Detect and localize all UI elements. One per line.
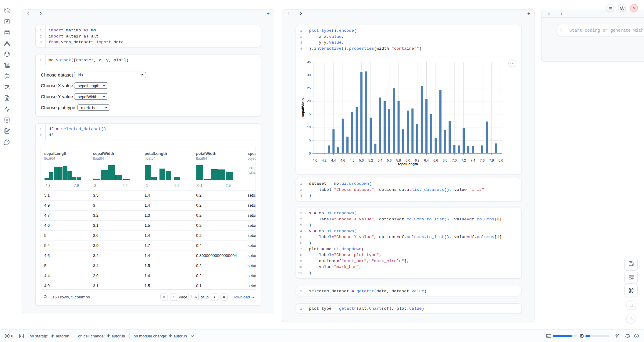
svg-text:5.4: 5.4	[378, 159, 382, 162]
svg-text:4.4: 4.4	[331, 159, 336, 162]
svg-text:5: 5	[309, 138, 311, 142]
svg-text:4.0: 4.0	[313, 159, 317, 162]
svg-text:20: 20	[307, 99, 311, 103]
svg-text:7.8: 7.8	[489, 159, 494, 162]
svg-text:5.0: 5.0	[359, 159, 364, 162]
svg-text:4.8: 4.8	[350, 159, 354, 162]
svg-text:4.6: 4.6	[341, 159, 345, 162]
svg-text:35: 35	[307, 60, 311, 64]
svg-text:7.0: 7.0	[452, 159, 456, 162]
svg-text:30: 30	[307, 73, 311, 77]
svg-text:25: 25	[307, 86, 311, 90]
svg-text:0: 0	[309, 151, 311, 155]
svg-text:7.2: 7.2	[461, 159, 466, 162]
svg-text:6.6: 6.6	[433, 159, 438, 162]
svg-text:5.6: 5.6	[387, 159, 392, 162]
svg-text:5.2: 5.2	[368, 159, 373, 162]
svg-text:5.8: 5.8	[396, 159, 401, 162]
svg-text:10: 10	[307, 125, 311, 129]
svg-text:8.0: 8.0	[499, 159, 503, 162]
svg-text:7.6: 7.6	[480, 159, 485, 162]
svg-text:15: 15	[307, 112, 311, 116]
svg-text:4.2: 4.2	[322, 159, 327, 162]
svg-text:6.2: 6.2	[415, 159, 419, 162]
svg-text:7.4: 7.4	[470, 159, 475, 162]
svg-text:6.8: 6.8	[443, 159, 447, 162]
svg-text:6.4: 6.4	[424, 159, 429, 162]
svg-text:sepalWidth: sepalWidth	[301, 98, 305, 117]
svg-text:6.0: 6.0	[406, 159, 410, 162]
svg-text:sepalLength: sepalLength	[397, 162, 418, 166]
